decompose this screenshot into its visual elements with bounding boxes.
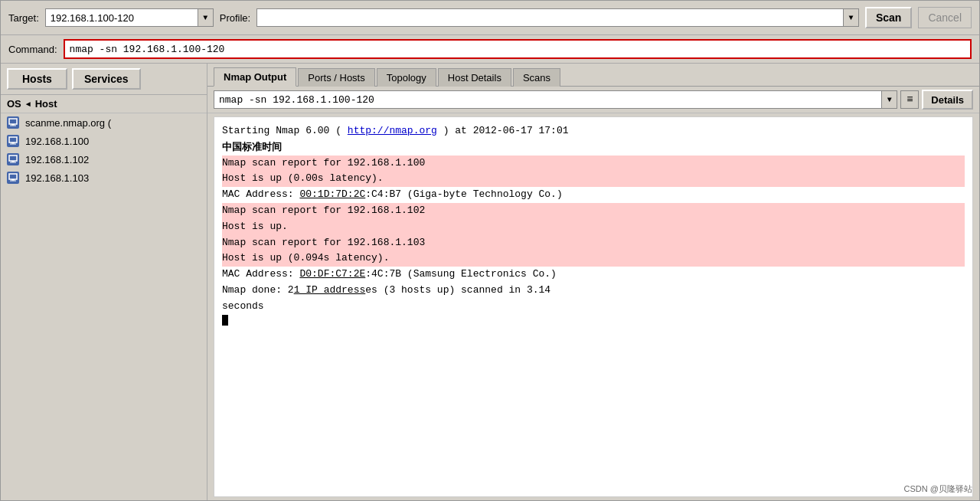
output-line-9: Host is up (0.094s latency). <box>222 250 965 267</box>
output-dropdown-arrow[interactable]: ▼ <box>882 90 897 109</box>
svg-rect-4 <box>11 142 15 144</box>
host-name: 192.168.1.102 <box>25 154 89 165</box>
output-select-group: ▼ <box>214 90 897 109</box>
output-line-cn: 中国标准时间 <box>222 139 965 156</box>
host-icon <box>7 153 19 165</box>
host-column-header: Host <box>35 98 57 110</box>
profile-input[interactable] <box>256 8 844 27</box>
svg-rect-10 <box>11 179 15 181</box>
command-input[interactable] <box>64 39 972 59</box>
main-container: Target: ▼ Profile: ▼ Scan Cancel Command… <box>0 0 980 501</box>
host-name: 192.168.1.100 <box>25 136 89 147</box>
right-panel: Nmap Output Ports / Hosts Topology Host … <box>207 64 979 500</box>
output-line-6: Nmap scan report for 192.168.1.102 <box>222 203 965 219</box>
profile-group: ▼ <box>256 8 859 27</box>
mac1-underline: 00:1D:7D:2C <box>299 188 365 200</box>
svg-rect-6 <box>9 156 17 161</box>
output-line-1: Starting Nmap 6.00 ( http://nmap.org ) a… <box>222 123 965 139</box>
tab-nmap-output[interactable]: Nmap Output <box>214 67 296 87</box>
cancel-button: Cancel <box>918 7 972 28</box>
output-menu-button[interactable]: ≡ <box>900 90 919 109</box>
services-button[interactable]: Services <box>72 68 141 90</box>
svg-rect-8 <box>10 162 16 163</box>
command-label: Command: <box>8 44 57 55</box>
tabs-bar: Nmap Output Ports / Hosts Topology Host … <box>207 64 979 87</box>
host-name: scanme.nmap.org ( <box>25 117 111 129</box>
target-label: Target: <box>8 12 39 24</box>
svg-rect-5 <box>10 144 16 145</box>
output-line-5: MAC Address: 00:1D:7D:2C:C4:B7 (Giga-byt… <box>222 187 965 203</box>
svg-rect-0 <box>9 119 17 124</box>
hosts-button[interactable]: Hosts <box>7 68 67 90</box>
cursor <box>222 315 228 326</box>
mac2-underline: D0:DF:C7:2E <box>299 268 365 280</box>
output-select[interactable] <box>214 90 882 109</box>
output-line-4: Host is up (0.00s latency). <box>222 171 965 187</box>
host-name: 192.168.1.103 <box>25 172 89 184</box>
left-buttons: Hosts Services <box>1 64 207 95</box>
sort-arrow: ◄ <box>24 100 32 108</box>
target-group: ▼ <box>45 8 214 27</box>
cursor-line <box>222 315 965 326</box>
details-button[interactable]: Details <box>922 90 973 110</box>
content-area: Hosts Services OS ◄ Host sca <box>1 64 979 500</box>
output-toolbar: ▼ ≡ Details <box>207 87 979 113</box>
tab-topology[interactable]: Topology <box>377 68 436 87</box>
output-line-10: MAC Address: D0:DF:C7:2E:4C:7B (Samsung … <box>222 267 965 283</box>
list-item[interactable]: 192.168.1.103 <box>1 169 207 187</box>
list-item[interactable]: 192.168.1.100 <box>1 132 207 150</box>
svg-rect-2 <box>10 126 16 126</box>
target-dropdown-arrow[interactable]: ▼ <box>198 8 214 27</box>
host-icon <box>7 116 19 129</box>
tab-scans[interactable]: Scans <box>513 68 560 87</box>
toolbar: Target: ▼ Profile: ▼ Scan Cancel <box>1 1 979 35</box>
target-input[interactable] <box>45 8 198 27</box>
svg-rect-1 <box>11 124 15 126</box>
left-panel: Hosts Services OS ◄ Host sca <box>1 64 207 500</box>
svg-rect-7 <box>11 161 15 162</box>
ip-underline: 1 IP address <box>294 284 366 296</box>
svg-rect-9 <box>9 174 17 179</box>
profile-label: Profile: <box>220 12 250 24</box>
tab-ports-hosts[interactable]: Ports / Hosts <box>298 68 374 87</box>
output-line-8: Nmap scan report for 192.168.1.103 <box>222 235 965 251</box>
tab-host-details[interactable]: Host Details <box>438 68 511 87</box>
svg-rect-3 <box>9 137 17 142</box>
command-bar: Command: <box>1 35 979 64</box>
output-line-3: Nmap scan report for 192.168.1.100 <box>222 156 965 172</box>
output-line-12: seconds <box>222 299 965 315</box>
host-list-header: OS ◄ Host <box>1 95 207 113</box>
scan-button[interactable]: Scan <box>865 7 912 28</box>
profile-dropdown-arrow[interactable]: ▼ <box>844 8 859 27</box>
svg-rect-11 <box>10 181 16 182</box>
host-icon <box>7 172 19 184</box>
list-item[interactable]: scanme.nmap.org ( <box>1 113 207 132</box>
watermark: CSDN @贝隆驿站 <box>904 483 972 495</box>
nmap-link[interactable]: http://nmap.org <box>348 125 437 136</box>
host-icon <box>7 135 19 147</box>
os-column-header: OS <box>7 98 21 110</box>
output-line-11: Nmap done: 21 IP addresses (3 hosts up) … <box>222 283 965 299</box>
output-line-7: Host is up. <box>222 219 965 235</box>
output-content[interactable]: Starting Nmap 6.00 ( http://nmap.org ) a… <box>214 116 973 497</box>
host-list: scanme.nmap.org ( 192.168.1.100 <box>1 113 207 500</box>
list-item[interactable]: 192.168.1.102 <box>1 150 207 169</box>
